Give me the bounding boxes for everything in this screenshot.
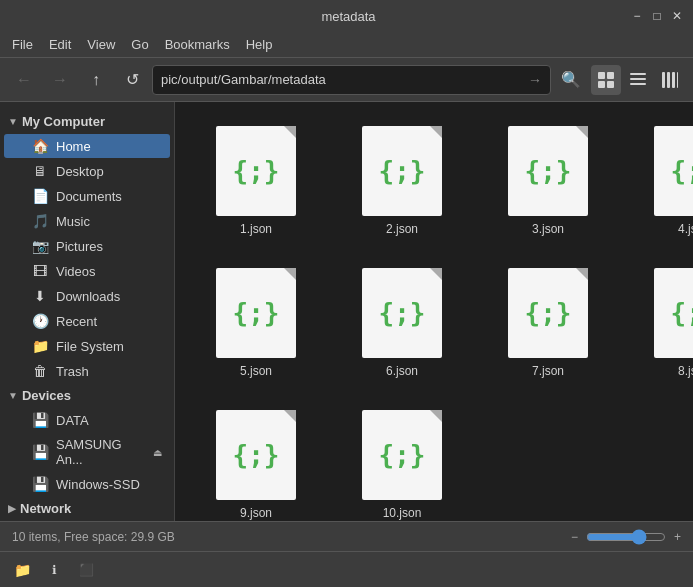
- main-layout: ▼ My Computer 🏠 Home 🖥 Desktop 📄 Documen…: [0, 102, 693, 521]
- filesystem-icon: 📁: [32, 338, 48, 354]
- sidebar-item-filesystem[interactable]: 📁 File System: [4, 334, 170, 358]
- menu-help[interactable]: Help: [238, 35, 281, 54]
- devices-label: Devices: [22, 388, 71, 403]
- sidebar-item-samsung[interactable]: 💾 SAMSUNG An... ⏏: [4, 433, 170, 471]
- network-chevron: ▶: [8, 503, 16, 514]
- search-icon: 🔍: [561, 70, 581, 89]
- window-title: metadata: [68, 9, 629, 24]
- file-item-7[interactable]: {;} 7.json: [483, 260, 613, 386]
- file-icon: {;}: [216, 126, 296, 216]
- file-icon: {;}: [362, 410, 442, 500]
- search-button[interactable]: 🔍: [555, 64, 587, 96]
- properties-button[interactable]: ℹ: [40, 556, 68, 584]
- address-text: pic/output/Gambar/metadata: [161, 72, 528, 87]
- file-icon: {;}: [654, 268, 693, 358]
- sidebar-item-desktop[interactable]: 🖥 Desktop: [4, 159, 170, 183]
- windows-ssd-icon: 💾: [32, 476, 48, 492]
- toolbar: ← → ↑ ↺ pic/output/Gambar/metadata → 🔍: [0, 58, 693, 102]
- file-name: 7.json: [532, 364, 564, 378]
- sidebar-item-data[interactable]: 💾 DATA: [4, 408, 170, 432]
- terminal-button[interactable]: ⬛: [72, 556, 100, 584]
- sidebar-item-pictures[interactable]: 📷 Pictures: [4, 234, 170, 258]
- minimize-button[interactable]: −: [629, 8, 645, 24]
- desktop-icon: 🖥: [32, 163, 48, 179]
- file-item-4[interactable]: {;} 4.json: [629, 118, 693, 244]
- file-icon: {;}: [362, 126, 442, 216]
- sidebar-label-data: DATA: [56, 413, 89, 428]
- file-name: 9.json: [240, 506, 272, 520]
- zoom-slider[interactable]: [586, 529, 666, 545]
- sidebar-item-downloads[interactable]: ⬇ Downloads: [4, 284, 170, 308]
- network-section[interactable]: ▶ Network: [0, 497, 174, 520]
- sidebar-label-home: Home: [56, 139, 91, 154]
- file-name: 6.json: [386, 364, 418, 378]
- file-item-8[interactable]: {;} 8.json: [629, 260, 693, 386]
- close-button[interactable]: ✕: [669, 8, 685, 24]
- up-button[interactable]: ↑: [80, 64, 112, 96]
- forward-button[interactable]: →: [44, 64, 76, 96]
- address-forward-icon[interactable]: →: [528, 72, 542, 88]
- json-symbol: {;}: [379, 156, 426, 186]
- terminal-icon: ⬛: [79, 563, 94, 577]
- menu-file[interactable]: File: [4, 35, 41, 54]
- menu-edit[interactable]: Edit: [41, 35, 79, 54]
- json-symbol: {;}: [233, 440, 280, 470]
- compact-view-icon: [661, 71, 679, 89]
- menu-bookmarks[interactable]: Bookmarks: [157, 35, 238, 54]
- sidebar-item-recent[interactable]: 🕐 Recent: [4, 309, 170, 333]
- file-icon: {;}: [654, 126, 693, 216]
- file-item-9[interactable]: {;} 9.json: [191, 402, 321, 521]
- new-folder-button[interactable]: 📁: [8, 556, 36, 584]
- json-symbol: {;}: [379, 298, 426, 328]
- maximize-button[interactable]: □: [649, 8, 665, 24]
- svg-rect-8: [667, 72, 670, 88]
- svg-rect-7: [662, 72, 665, 88]
- devices-section[interactable]: ▼ Devices: [0, 384, 174, 407]
- eject-icon[interactable]: ⏏: [153, 447, 162, 458]
- sidebar-item-music[interactable]: 🎵 Music: [4, 209, 170, 233]
- file-item-3[interactable]: {;} 3.json: [483, 118, 613, 244]
- status-right: − +: [571, 529, 681, 545]
- my-computer-chevron: ▼: [8, 116, 18, 127]
- file-name: 5.json: [240, 364, 272, 378]
- svg-rect-9: [672, 72, 675, 88]
- file-item-2[interactable]: {;} 2.json: [337, 118, 467, 244]
- file-area: {;} 1.json {;} 2.json {;} 3.json {;} 4.j…: [175, 102, 693, 521]
- json-symbol: {;}: [525, 298, 572, 328]
- json-symbol: {;}: [671, 156, 693, 186]
- sidebar-item-home[interactable]: 🏠 Home: [4, 134, 170, 158]
- file-item-5[interactable]: {;} 5.json: [191, 260, 321, 386]
- sidebar-item-trash[interactable]: 🗑 Trash: [4, 359, 170, 383]
- file-name: 2.json: [386, 222, 418, 236]
- network-label: Network: [20, 501, 71, 516]
- grid-view-button[interactable]: [591, 65, 621, 95]
- file-name: 3.json: [532, 222, 564, 236]
- svg-rect-5: [630, 78, 646, 80]
- data-drive-icon: 💾: [32, 412, 48, 428]
- compact-view-button[interactable]: [655, 65, 685, 95]
- menu-view[interactable]: View: [79, 35, 123, 54]
- file-item-1[interactable]: {;} 1.json: [191, 118, 321, 244]
- file-item-10[interactable]: {;} 10.json: [337, 402, 467, 521]
- svg-rect-1: [607, 72, 614, 79]
- sidebar-label-filesystem: File System: [56, 339, 124, 354]
- status-bar: 10 items, Free space: 29.9 GB − +: [0, 521, 693, 551]
- menu-go[interactable]: Go: [123, 35, 156, 54]
- list-view-button[interactable]: [623, 65, 653, 95]
- title-bar: metadata − □ ✕: [0, 0, 693, 32]
- sidebar-item-documents[interactable]: 📄 Documents: [4, 184, 170, 208]
- reload-button[interactable]: ↺: [116, 64, 148, 96]
- file-icon: {;}: [216, 268, 296, 358]
- music-icon: 🎵: [32, 213, 48, 229]
- sidebar-item-videos[interactable]: 🎞 Videos: [4, 259, 170, 283]
- back-button[interactable]: ←: [8, 64, 40, 96]
- sidebar-label-windows-ssd: Windows-SSD: [56, 477, 140, 492]
- file-item-6[interactable]: {;} 6.json: [337, 260, 467, 386]
- my-computer-section[interactable]: ▼ My Computer: [0, 110, 174, 133]
- bottom-toolbar: 📁 ℹ ⬛: [0, 551, 693, 587]
- address-bar[interactable]: pic/output/Gambar/metadata →: [152, 65, 551, 95]
- sidebar-label-pictures: Pictures: [56, 239, 103, 254]
- zoom-plus-icon: +: [674, 530, 681, 544]
- json-symbol: {;}: [233, 298, 280, 328]
- sidebar-item-windows-ssd[interactable]: 💾 Windows-SSD: [4, 472, 170, 496]
